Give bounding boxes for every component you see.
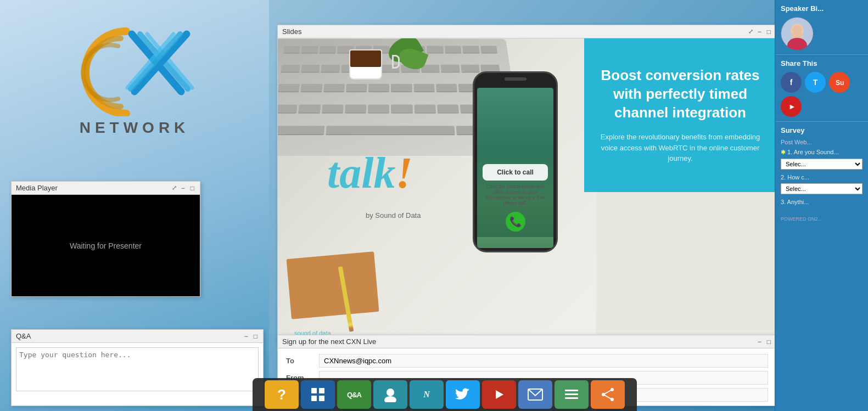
svg-rect-14 xyxy=(319,388,324,393)
svg-point-18 xyxy=(384,396,396,402)
speaker-avatar xyxy=(781,17,814,50)
signup-titlebar: Sign up for the next CXN Live − □ xyxy=(278,335,776,348)
twitter-button[interactable] xyxy=(446,380,480,409)
slide-background: talk! by Sound of Data sound of data © 2… xyxy=(278,38,776,343)
waiting-text: Waiting for Presenter xyxy=(70,241,142,250)
network-text: NETWORK xyxy=(80,119,190,137)
slides-content: talk! by Sound of Data sound of data © 2… xyxy=(278,38,776,343)
coffee-cup xyxy=(349,49,393,93)
cx-logo: NETWORK xyxy=(52,16,217,137)
notebook-decoration xyxy=(289,255,399,321)
slides-button[interactable] xyxy=(301,380,335,409)
svg-line-28 xyxy=(603,395,612,399)
help-button[interactable]: ? xyxy=(265,380,299,409)
powered-by: POWERED ON2... xyxy=(781,216,863,222)
survey-question-1: ✱ 1. Are you Sound... xyxy=(781,149,863,156)
twitter-share-button[interactable]: T xyxy=(805,72,826,93)
share-button[interactable] xyxy=(591,380,625,409)
media-player-content: Waiting for Presenter xyxy=(12,195,200,296)
slides-titlebar: Slides ⤢ − □ xyxy=(278,25,776,38)
svg-rect-10 xyxy=(792,33,803,38)
signup-minimize-icon[interactable]: − xyxy=(757,338,763,346)
slides-controls: ⤢ − □ xyxy=(748,28,772,36)
slides-close-icon[interactable]: □ xyxy=(766,28,772,36)
qa-widget: Q&A − □ xyxy=(11,329,264,406)
qa-titlebar: Q&A − □ xyxy=(12,330,263,343)
to-input[interactable] xyxy=(319,354,768,368)
qa-toolbar-button[interactable]: Q&A xyxy=(337,380,371,409)
stumbleupon-share-button[interactable]: Su xyxy=(829,72,850,93)
svg-rect-22 xyxy=(565,393,578,395)
mail-button[interactable] xyxy=(518,380,552,409)
media-player-controls: ⤢ − □ xyxy=(172,184,195,192)
svg-rect-13 xyxy=(311,388,317,393)
svg-rect-23 xyxy=(565,397,578,399)
survey-question-2: 2. How c... xyxy=(781,174,863,181)
svg-point-17 xyxy=(387,389,394,396)
by-sound-text: by Sound of Data xyxy=(366,211,421,219)
media-player-title: Media Player xyxy=(16,184,58,192)
speaker-bio-title: Speaker Bi... xyxy=(781,4,863,13)
slide-headline: Boost conversion rates with perfectly ti… xyxy=(598,66,763,122)
survey-title: Survey xyxy=(781,126,863,134)
share-title: Share This xyxy=(781,59,863,67)
signup-controls: − □ xyxy=(757,338,772,346)
video-button[interactable] xyxy=(482,380,516,409)
list-button[interactable] xyxy=(555,380,589,409)
survey-select-2[interactable]: Selec... xyxy=(781,183,863,194)
slides-widget: Slides ⤢ − □ xyxy=(277,25,777,344)
share-section: Share This f T Su ► xyxy=(775,55,868,122)
network-button[interactable]: N xyxy=(410,380,444,409)
signup-close-icon[interactable]: □ xyxy=(766,338,772,346)
svg-text:►: ► xyxy=(788,102,796,111)
svg-marker-19 xyxy=(496,390,503,399)
bottom-toolbar: ? Q&A N xyxy=(253,378,637,411)
svg-rect-16 xyxy=(319,396,324,401)
svg-rect-15 xyxy=(311,396,317,401)
survey-question-3: 3. Anythi... xyxy=(781,199,863,205)
svg-line-27 xyxy=(603,390,612,395)
svg-rect-21 xyxy=(565,390,578,391)
to-row: To xyxy=(286,354,768,368)
qa-title: Q&A xyxy=(16,332,31,340)
qa-input[interactable] xyxy=(16,347,259,391)
share-icons: f T Su ► xyxy=(781,72,863,117)
signup-title: Sign up for the next CXN Live xyxy=(282,337,376,346)
talk-word: talk xyxy=(327,149,395,197)
speaker-bio-section: Speaker Bi... xyxy=(775,0,868,55)
expand-icon[interactable]: ⤢ xyxy=(172,184,177,192)
facebook-share-button[interactable]: f xyxy=(781,72,802,93)
qa-content xyxy=(12,343,263,398)
media-player-titlebar: Media Player ⤢ − □ xyxy=(12,182,200,195)
qa-close-icon[interactable]: □ xyxy=(253,333,259,340)
slide-info-box: Boost conversion rates with perfectly ti… xyxy=(584,38,776,192)
media-player-widget: Media Player ⤢ − □ Waiting for Presenter xyxy=(11,181,200,297)
slides-minimize-icon[interactable]: − xyxy=(757,28,763,36)
minimize-icon[interactable]: − xyxy=(180,184,186,192)
slides-expand-icon[interactable]: ⤢ xyxy=(748,28,753,35)
qa-controls: − □ xyxy=(243,333,259,340)
phone-mockup: Click to call Click the button below and… xyxy=(473,71,563,274)
linkedin-share-button[interactable]: ► xyxy=(781,96,802,117)
to-label: To xyxy=(286,357,319,365)
survey-subtitle: Post Web... xyxy=(781,139,863,145)
qa-minimize-icon[interactable]: − xyxy=(243,333,249,340)
slides-title: Slides xyxy=(282,27,301,36)
click-to-call-text: Click to call xyxy=(483,164,548,181)
slide-subtext: Explore the revolutionary benefits from … xyxy=(598,132,763,164)
survey-select-1[interactable]: Selec... xyxy=(781,159,863,170)
survey-section: Survey Post Web... ✱ 1. Are you Sound...… xyxy=(775,122,868,226)
call-button[interactable]: 📞 xyxy=(506,212,525,232)
svg-text:Su: Su xyxy=(836,79,844,87)
right-panel: Speaker Bi... Share This f T Su ► xyxy=(775,0,868,411)
profile-button[interactable] xyxy=(373,380,407,409)
close-icon[interactable]: □ xyxy=(189,184,195,192)
talk-logo-text: talk! xyxy=(327,148,413,198)
